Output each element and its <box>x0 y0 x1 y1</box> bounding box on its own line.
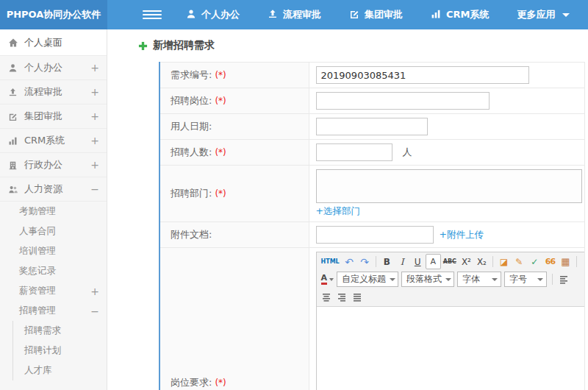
sidebar-item-talent-pool[interactable]: 人才库 <box>13 361 107 380</box>
format-brush-button[interactable]: ✎ <box>512 254 527 269</box>
spellcheck-button[interactable]: ✓ <box>527 254 542 269</box>
attachment-input[interactable] <box>316 226 434 244</box>
expand-toggle[interactable]: + <box>90 87 99 97</box>
sidebar-item-rewards[interactable]: 奖惩记录 <box>0 261 107 281</box>
sidebar-item-personal-desktop[interactable]: 个人桌面 <box>0 29 107 56</box>
recruit-demand-form: 需求编号:(*) 招聘岗位:(*) 用人日期: <box>159 62 585 390</box>
dropdown-label: 字号 <box>509 273 527 286</box>
topnav-crm-system[interactable]: CRM系统 <box>417 0 503 29</box>
required-mark: (*) <box>215 96 226 106</box>
toolbar-separator <box>576 256 577 267</box>
sidebar-item-personal-office[interactable]: 个人办公 + <box>0 56 107 80</box>
expand-toggle[interactable]: + <box>90 160 99 170</box>
sidebar-item-recruit-mgmt[interactable]: 招聘管理 − <box>0 301 107 321</box>
sidebar-item-recruit-demand[interactable]: 招聘需求 <box>13 321 107 341</box>
menu-toggle-icon[interactable] <box>143 0 162 29</box>
eraser-button[interactable]: ◪ <box>496 254 512 269</box>
sidebar-item-admin-office[interactable]: 行政办公 + <box>0 153 107 177</box>
align-left-icon[interactable] <box>556 272 571 287</box>
font-size-dropdown[interactable]: 字号 <box>504 272 547 287</box>
sidebar-item-salary[interactable]: 薪资管理 + <box>0 281 107 301</box>
main-content: 新增招聘需求 需求编号:(*) 招聘岗位:(*) <box>107 29 588 390</box>
align-right-icon[interactable] <box>334 289 350 305</box>
building-icon <box>8 160 24 170</box>
form-row-headcount: 招聘人数:(*) 人 <box>159 140 585 166</box>
hire-date-input[interactable] <box>316 118 428 135</box>
sidebar-item-recruit-plan[interactable]: 招聘计划 <box>13 341 107 361</box>
redo-button[interactable]: ↷ <box>357 254 373 269</box>
bar-chart-icon <box>431 9 441 21</box>
italic-button[interactable]: I <box>395 254 410 269</box>
underline-button[interactable]: U <box>410 254 426 269</box>
required-mark: (*) <box>215 70 226 80</box>
demand-no-input[interactable] <box>316 66 529 84</box>
topnav-more-apps[interactable]: 更多应用 <box>503 0 584 29</box>
sidebar-item-attendance[interactable]: 考勤管理 <box>0 202 107 221</box>
form-row-attachment: 附件文档: +附件上传 <box>159 222 585 248</box>
sidebar-item-label: 人才库 <box>24 364 52 377</box>
expand-toggle[interactable]: + <box>90 286 99 297</box>
paragraph-format-dropdown[interactable]: 段落格式 <box>401 272 454 287</box>
editor-content-area[interactable] <box>317 307 584 390</box>
custom-heading-dropdown[interactable]: 自定义标题 <box>337 272 398 287</box>
align-justify-icon[interactable] <box>350 289 365 305</box>
sidebar-item-label: CRM系统 <box>24 134 65 147</box>
sidebar: 个人桌面 个人办公 + 流程审批 + 集团审批 + <box>0 29 107 390</box>
select-department-link[interactable]: +选择部门 <box>316 205 360 216</box>
dropdown-label: 段落格式 <box>406 273 442 286</box>
field-label: 招聘人数: <box>171 146 212 157</box>
bold-button[interactable]: B <box>379 254 395 269</box>
sidebar-item-label: 薪资管理 <box>19 285 56 297</box>
topnav-personal-office[interactable]: 个人办公 <box>172 0 254 29</box>
font-color-glyph: A <box>321 274 328 285</box>
chevron-down-icon <box>445 278 451 281</box>
chevron-down-icon <box>492 278 498 281</box>
html-source-button[interactable]: HTML <box>319 254 342 269</box>
required-mark: (*) <box>215 147 226 157</box>
expand-toggle[interactable]: + <box>90 135 99 146</box>
sidebar-item-human-resources[interactable]: 人力资源 − <box>0 177 107 202</box>
sidebar-item-label: 集团审批 <box>24 110 62 123</box>
undo-button[interactable]: ↶ <box>342 254 357 269</box>
collapse-toggle[interactable]: − <box>90 306 99 316</box>
sidebar-item-process-approval[interactable]: 流程审批 + <box>0 80 107 104</box>
user-icon <box>8 63 24 73</box>
edit-square-icon <box>349 9 359 21</box>
form-row-demand-no: 需求编号:(*) <box>159 63 585 88</box>
sidebar-item-label: 奖惩记录 <box>19 265 56 277</box>
remove-format-button[interactable]: A <box>426 254 441 269</box>
align-center-icon[interactable] <box>319 289 334 305</box>
sidebar-item-hr-contract[interactable]: 人事合同 <box>0 221 107 241</box>
headcount-input[interactable] <box>316 143 392 161</box>
sidebar-item-label: 培训管理 <box>19 245 56 258</box>
chevron-down-icon <box>562 13 570 17</box>
font-color-button[interactable]: A <box>319 272 337 287</box>
dropdown-label: 自定义标题 <box>342 273 386 286</box>
topnav-label: 更多应用 <box>517 8 556 21</box>
field-label: 招聘部门: <box>171 188 212 199</box>
sidebar-item-label: 行政办公 <box>24 158 62 171</box>
strikethrough-button[interactable]: ABC <box>441 254 459 269</box>
position-input[interactable] <box>316 92 490 110</box>
expand-toggle[interactable]: + <box>90 111 99 121</box>
field-label: 用人日期: <box>171 121 212 132</box>
upload-arrow-icon <box>8 88 24 97</box>
field-label: 招聘岗位: <box>171 95 212 106</box>
topnav-process-approval[interactable]: 流程审批 <box>254 0 335 29</box>
expand-toggle[interactable]: + <box>90 63 99 73</box>
subscript-button[interactable]: X₂ <box>474 254 490 269</box>
sidebar-item-training[interactable]: 培训管理 <box>0 241 107 261</box>
attachment-upload-link[interactable]: +附件上传 <box>440 229 484 241</box>
required-mark: (*) <box>215 377 226 388</box>
department-textarea[interactable] <box>316 169 582 203</box>
sidebar-item-crm-system[interactable]: CRM系统 + <box>0 129 107 153</box>
sidebar-item-group-approval[interactable]: 集团审批 + <box>0 104 107 129</box>
font-family-dropdown[interactable]: 字体 <box>457 272 501 287</box>
superscript-button[interactable]: X² <box>459 254 474 269</box>
collapse-toggle[interactable]: − <box>90 184 99 194</box>
topnav-group-approval[interactable]: 集团审批 <box>335 0 417 29</box>
field-label: 需求编号: <box>171 69 212 80</box>
blockquote-button[interactable]: 66 <box>542 254 558 269</box>
table-button[interactable]: ▦ <box>558 254 573 269</box>
dropdown-label: 字体 <box>462 273 480 286</box>
